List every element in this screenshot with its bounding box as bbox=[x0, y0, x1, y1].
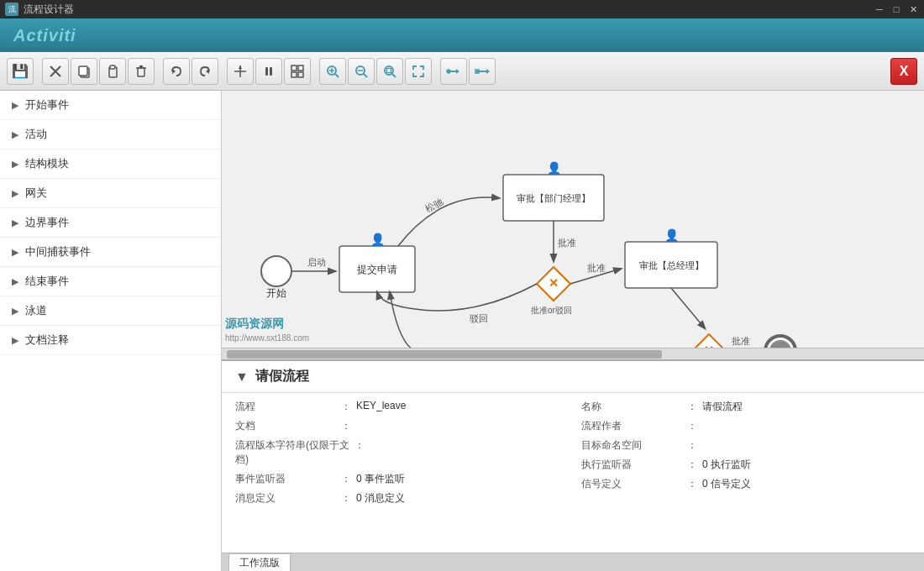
svg-text:审批【总经理】: 审批【总经理】 bbox=[639, 260, 704, 270]
properties-panel: ▼ 请假流程 流程 ： KEY_leave 文档 ： bbox=[222, 359, 924, 553]
prop-value-name: 请假流程 bbox=[702, 400, 911, 414]
svg-text:批准: 批准 bbox=[587, 263, 606, 273]
svg-text:开始: 开始 bbox=[266, 287, 286, 299]
prop-value-message: 0 消息定义 bbox=[356, 491, 564, 506]
sidebar-label-boundary: 边界事件 bbox=[25, 215, 69, 230]
prop-label-message: 消息定义 bbox=[235, 491, 336, 506]
sidebar-item-gateway[interactable]: ▶ 网关 bbox=[0, 179, 221, 208]
svg-text:✕: ✕ bbox=[549, 276, 559, 290]
svg-text:松驰: 松驰 bbox=[423, 196, 444, 213]
arrow-icon: ▶ bbox=[12, 217, 18, 228]
svg-rect-6 bbox=[138, 68, 144, 76]
main-area: ▶ 开始事件 ▶ 活动 ▶ 结构模块 ▶ 网关 ▶ 边界事件 ▶ 中间捕获事件 … bbox=[0, 91, 924, 571]
prop-row-message: 消息定义 ： 0 消息定义 bbox=[235, 491, 564, 506]
svg-rect-29 bbox=[387, 68, 391, 72]
close-window-button[interactable]: ✕ bbox=[907, 3, 919, 15]
copy-button[interactable] bbox=[71, 58, 97, 85]
svg-line-25 bbox=[364, 74, 367, 77]
props-header: ▼ 请假流程 bbox=[222, 361, 924, 393]
zoom-full-button[interactable] bbox=[405, 58, 432, 85]
sidebar-label-start: 开始事件 bbox=[25, 97, 69, 113]
sidebar-item-boundary[interactable]: ▶ 边界事件 bbox=[0, 208, 221, 238]
prop-label-author: 流程作者 bbox=[581, 419, 682, 433]
svg-line-53 bbox=[671, 288, 705, 328]
zoom-fit-button[interactable] bbox=[376, 58, 403, 85]
sidebar-label-swim: 泳道 bbox=[25, 303, 47, 318]
svg-rect-3 bbox=[79, 66, 87, 76]
delete-button[interactable] bbox=[128, 58, 155, 85]
svg-text:👤: 👤 bbox=[664, 228, 680, 243]
svg-rect-18 bbox=[291, 72, 297, 77]
sidebar-item-structure[interactable]: ▶ 结构模块 bbox=[0, 149, 221, 179]
zoom-in-button[interactable] bbox=[319, 58, 346, 85]
layout-button[interactable] bbox=[227, 58, 254, 85]
undo-button[interactable] bbox=[163, 58, 190, 85]
prop-row-doc: 文档 ： bbox=[235, 419, 564, 433]
svg-marker-31 bbox=[456, 69, 459, 74]
pause-button[interactable] bbox=[255, 58, 282, 85]
minimize-button[interactable]: ─ bbox=[874, 3, 885, 15]
prop-row-signal: 信号定义 ： 0 信号定义 bbox=[581, 477, 911, 491]
prop-row-event-listener: 事件监听器 ： 0 事件监听 bbox=[235, 472, 564, 486]
start-node[interactable] bbox=[261, 256, 291, 286]
props-title: 请假流程 bbox=[255, 368, 309, 385]
prop-value-exec: 0 执行监听 bbox=[702, 458, 911, 472]
collapse-arrow-icon[interactable]: ▼ bbox=[235, 369, 249, 385]
sidebar-label-gateway: 网关 bbox=[25, 186, 47, 201]
svg-marker-9 bbox=[172, 69, 176, 74]
svg-rect-14 bbox=[265, 67, 268, 76]
prop-label-version: 流程版本字符串(仅限于文档) bbox=[235, 438, 349, 467]
h-scrollbar[interactable] bbox=[222, 348, 924, 359]
brand-logo: Activiti bbox=[13, 26, 76, 45]
arrow-icon: ▶ bbox=[12, 100, 18, 111]
sidebar-item-end-event[interactable]: ▶ 结束事件 bbox=[0, 267, 221, 296]
svg-text:启动: 启动 bbox=[307, 257, 326, 267]
paste-button[interactable] bbox=[99, 58, 126, 85]
svg-marker-13 bbox=[239, 65, 242, 69]
zoom-out-button[interactable] bbox=[348, 58, 375, 85]
prop-row-exec-listener: 执行监听器 ： 0 执行监听 bbox=[581, 458, 911, 472]
save-button[interactable]: 💾 bbox=[7, 58, 34, 85]
props-table: 流程 ： KEY_leave 文档 ： 流程版本字符串(仅限于文档) ： bbox=[222, 393, 924, 517]
close-button[interactable]: X bbox=[890, 58, 917, 85]
tab-workflow[interactable]: 工作流版 bbox=[228, 553, 291, 572]
svg-text:👤: 👤 bbox=[370, 233, 386, 247]
watermark: 源码资源网 http://www.sxt188.com bbox=[225, 316, 309, 344]
arrow-icon: ▶ bbox=[12, 306, 18, 317]
arrow-icon: ▶ bbox=[12, 276, 18, 287]
arrow-icon: ▶ bbox=[12, 159, 18, 170]
sidebar-item-mid-catch[interactable]: ▶ 中间捕获事件 bbox=[0, 238, 221, 267]
tab-bar: 工作流版 bbox=[222, 553, 924, 571]
prop-row-version: 流程版本字符串(仅限于文档) ： bbox=[235, 438, 564, 467]
svg-point-27 bbox=[385, 66, 393, 75]
sidebar: ▶ 开始事件 ▶ 活动 ▶ 结构模块 ▶ 网关 ▶ 边界事件 ▶ 中间捕获事件 … bbox=[0, 91, 222, 571]
prop-label-exec: 执行监听器 bbox=[581, 458, 682, 472]
sidebar-item-activity[interactable]: ▶ 活动 bbox=[0, 120, 221, 149]
sidebar-label-end: 结束事件 bbox=[25, 274, 69, 289]
sidebar-item-annotation[interactable]: ▶ 文档注释 bbox=[0, 326, 221, 355]
maximize-button[interactable]: □ bbox=[890, 3, 902, 15]
canvas-area[interactable]: 开始 启动 提交申请 👤 松驰 审批【部门经理】 👤 批准 bbox=[222, 91, 924, 348]
sidebar-item-swimlane[interactable]: ▶ 泳道 bbox=[0, 296, 221, 326]
cut-button[interactable] bbox=[42, 58, 69, 85]
prop-label-key: 流程 bbox=[235, 400, 336, 414]
titlebar: 流 流程设计器 ─ □ ✕ bbox=[0, 0, 924, 18]
connect-out-button[interactable] bbox=[469, 58, 496, 85]
prop-value-key: KEY_leave bbox=[356, 400, 564, 411]
prop-row-author: 流程作者 ： bbox=[581, 419, 911, 433]
svg-text:批准: 批准 bbox=[732, 336, 750, 346]
app-icon: 流 bbox=[5, 3, 18, 16]
grid-button[interactable] bbox=[284, 58, 311, 85]
sidebar-label-annotation: 文档注释 bbox=[25, 333, 69, 348]
connect-in-button[interactable] bbox=[440, 58, 467, 85]
prop-row-name: 名称 ： 请假流程 bbox=[581, 400, 911, 414]
prop-label-name: 名称 bbox=[581, 400, 682, 414]
svg-text:批准: 批准 bbox=[558, 238, 576, 248]
content-area: 开始 启动 提交申请 👤 松驰 审批【部门经理】 👤 批准 bbox=[222, 91, 924, 571]
sidebar-item-start-event[interactable]: ▶ 开始事件 bbox=[0, 91, 221, 120]
prop-value-signal: 0 信号定义 bbox=[702, 477, 911, 491]
svg-text:👤: 👤 bbox=[547, 161, 562, 175]
redo-button[interactable] bbox=[192, 58, 218, 85]
svg-line-28 bbox=[392, 74, 396, 77]
toolbar: 💾 bbox=[0, 52, 924, 91]
